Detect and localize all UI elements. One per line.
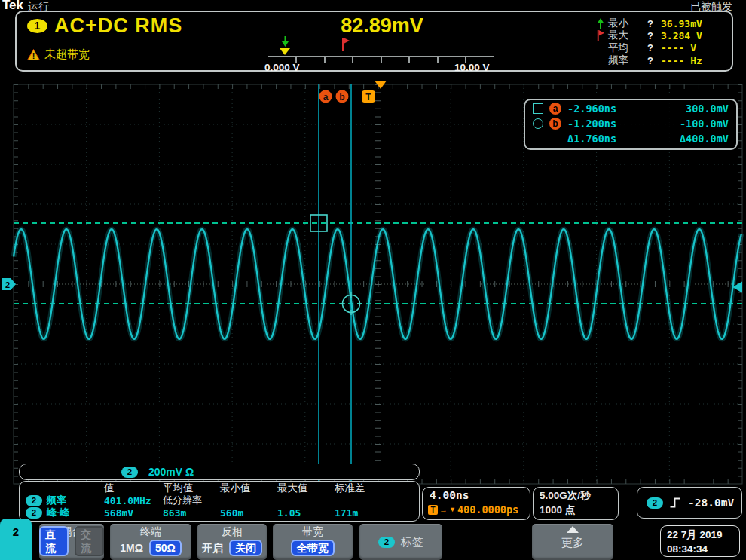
svg-text:!: !	[32, 51, 35, 60]
coupling-dc-option[interactable]: 直流	[39, 526, 69, 556]
svg-text:T: T	[365, 92, 371, 103]
cursor-readout-box: a -2.960ns 300.0mV b -1.200ns -100.0mV Δ…	[524, 99, 738, 150]
chevron-up-icon	[567, 526, 579, 533]
acquisition-box: 5.00G次/秒 1000 点	[533, 487, 619, 520]
invert-off-option[interactable]: 关闭	[229, 540, 262, 556]
bandwidth-warning: ! 未超带宽	[27, 47, 90, 62]
cursor-a-badge: a	[549, 103, 561, 115]
svg-text:a: a	[323, 92, 329, 103]
coupling-button[interactable]: 耦合 直流 交流	[39, 524, 104, 560]
current-value-marker-icon	[280, 48, 290, 55]
trigger-level: -28.0mV	[688, 497, 734, 509]
channel-2-badge: 2	[647, 497, 663, 509]
trigger-status: 已被触发	[690, 0, 732, 14]
channel-scale-bar: 2 200mV Ω	[19, 464, 420, 480]
trigger-position-icon: ▼	[449, 506, 456, 513]
channel-2-badge: 2	[378, 537, 395, 548]
coupling-ac-option[interactable]: 交流	[75, 526, 104, 556]
cursor-a-row: a -2.960ns 300.0mV	[533, 101, 729, 115]
red-flag-icon	[595, 30, 606, 41]
label-button[interactable]: 2 标签	[359, 524, 442, 560]
termination-title: 终端	[110, 525, 191, 539]
trigger-t-icon: T	[428, 505, 438, 515]
cursor-delta-time: Δ1.760ns	[567, 133, 640, 145]
tek-logo: Tek	[2, 0, 23, 13]
warning-icon: !	[27, 49, 40, 60]
horizontal-delay: T → ▼ 400.0000ps	[428, 503, 518, 516]
green-up-arrow-icon	[595, 18, 606, 29]
cursor-b-badge: b	[549, 118, 561, 130]
svg-text:b: b	[339, 92, 344, 103]
cursor-b-circle-icon	[533, 118, 543, 129]
horizontal-settings-box: 4.00ns T → ▼ 400.0000ps	[422, 487, 530, 520]
delay-value: 400.0000ps	[457, 503, 518, 516]
cursor-b-row: b -1.200ns -100.0mV	[533, 116, 729, 130]
time-text: 08:34:34	[667, 542, 739, 556]
svg-text:2: 2	[5, 280, 10, 289]
bandwidth-full-option[interactable]: 全带宽	[291, 540, 335, 556]
invert-on-option[interactable]: 开启	[202, 540, 223, 555]
bandwidth-button[interactable]: 带宽 全带宽	[273, 524, 353, 560]
cursor-delta-row: Δ1.760ns Δ400.0mV	[533, 131, 729, 145]
table-header-row: 值 平均值 最小值 最大值 标准差	[20, 482, 419, 494]
channel-2-badge: 2	[26, 507, 42, 519]
invert-title: 反相	[197, 525, 267, 539]
channel-1-badge: 1	[27, 19, 47, 33]
channel-2-badge: 2	[121, 467, 138, 478]
channel-scale-text: 200mV Ω	[148, 466, 194, 478]
termination-50ohm-option[interactable]: 50Ω	[149, 540, 182, 556]
cursor-a-square-icon	[533, 103, 543, 114]
table-row: 2频率 401.0MHz 低分辨率	[20, 494, 419, 506]
channel-2-menu-tab[interactable]: 2	[0, 519, 32, 560]
min-marker-icon	[280, 36, 290, 47]
scale-max-label: 10.00 V	[454, 62, 490, 73]
bandwidth-title: 带宽	[273, 525, 353, 539]
more-button-text: 更多	[532, 536, 613, 550]
cursor-b-time: -1.200ns	[567, 118, 640, 130]
datetime-box: 22 7月 2019 08:34:34	[660, 525, 740, 557]
more-button[interactable]: 更多	[532, 524, 613, 560]
stat-row-max: 最大 ? 3.284 V	[595, 29, 736, 41]
cursor-b-voltage: -100.0mV	[640, 118, 729, 130]
rising-edge-icon	[670, 497, 681, 509]
record-length: 1000 点	[540, 503, 575, 517]
cursor-delta-voltage: Δ400.0mV	[640, 133, 729, 145]
max-marker-icon	[341, 38, 350, 52]
trigger-settings-box: 2 -28.0mV	[637, 487, 742, 519]
acquisition-status: 运行	[28, 0, 49, 14]
warning-text: 未超带宽	[44, 47, 90, 62]
measurement-scale-bar: 0.000 V 10.00 V	[268, 32, 501, 69]
termination-button[interactable]: 终端 1MΩ 50Ω	[110, 524, 191, 560]
measurement-title: AC+DC RMS	[54, 14, 182, 38]
cursor-a-voltage: 300.0mV	[640, 103, 729, 115]
measurement-stats: 最小 ? 36.93mV 最大 ? 3.284 V 平均 ? ---- V 频率…	[595, 17, 736, 66]
horizontal-scale: 4.00ns	[430, 489, 469, 501]
invert-button[interactable]: 反相 开启 关闭	[197, 524, 267, 560]
table-row: 2峰-峰 568mV 863m 560m 1.05 171m	[20, 506, 419, 518]
stat-row-mean: 平均 ? ---- V	[595, 41, 736, 54]
scale-min-label: 0.000 V	[264, 62, 300, 73]
termination-1mohm-option[interactable]: 1MΩ	[120, 540, 143, 555]
stat-row-frequency: 频率 ? ---- Hz	[595, 54, 736, 66]
arrow-right-icon: →	[439, 505, 448, 514]
date-text: 22 7月 2019	[667, 528, 739, 542]
measurement-banner: 1 AC+DC RMS 82.89mV ! 未超带宽 0.000 V 10.00…	[15, 11, 733, 72]
channel-2-badge: 2	[26, 495, 42, 506]
status-bar: Tek 运行 已被触发	[0, 0, 746, 12]
stat-row-min: 最小 ? 36.93mV	[595, 17, 736, 29]
label-button-text: 标签	[401, 535, 423, 549]
oscilloscope-screen: { "header": { "brand": "Tek", "acq_statu…	[0, 0, 746, 560]
sample-rate: 5.00G次/秒	[540, 489, 591, 503]
cursor-a-time: -2.960ns	[567, 103, 640, 115]
measurement-table: 值 平均值 最小值 最大值 标准差 2频率 401.0MHz 低分辨率 2峰-峰…	[19, 481, 420, 522]
